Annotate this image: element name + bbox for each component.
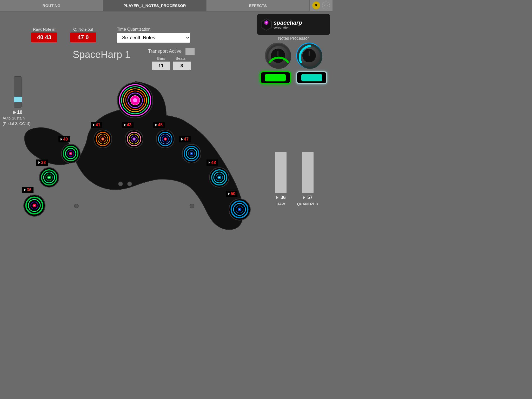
tab-player[interactable]: PLAYER_1_NOTES_PROCESSOR bbox=[103, 0, 206, 11]
led-button-green[interactable] bbox=[260, 71, 291, 84]
transport-sub: Bars Beats bbox=[157, 56, 185, 61]
dot-left bbox=[118, 182, 123, 186]
node-47-label[interactable]: 47 bbox=[179, 136, 191, 142]
left-slider-value: 10 bbox=[13, 110, 22, 115]
dropdown-icon[interactable]: ▼ bbox=[312, 2, 320, 9]
svg-point-61 bbox=[48, 177, 50, 178]
transport-label: Transport Active bbox=[148, 48, 195, 55]
right-slider-quantized-track[interactable] bbox=[302, 152, 314, 193]
tab-routing[interactable]: ROUTING bbox=[0, 0, 103, 11]
transport-area: Transport Active Bars Beats 11 3 bbox=[148, 48, 195, 70]
tab-effects[interactable]: EFFECTS bbox=[207, 0, 310, 11]
pad-40-svg bbox=[62, 145, 80, 163]
pad-45[interactable] bbox=[156, 130, 175, 148]
svg-point-12 bbox=[267, 45, 290, 68]
time-quant-select[interactable]: Sixteenth Notes Eighth Notes Quarter Not… bbox=[117, 33, 190, 43]
node-41-label[interactable]: 41 bbox=[91, 122, 102, 128]
svg-point-79 bbox=[239, 209, 240, 210]
knob-2-container bbox=[296, 43, 322, 69]
svg-point-49 bbox=[70, 153, 71, 154]
pad-45-svg bbox=[157, 130, 174, 148]
pad-43-svg bbox=[125, 130, 143, 148]
svg-point-55 bbox=[191, 153, 192, 154]
node-40-area: 40 bbox=[61, 144, 81, 163]
pad-38[interactable] bbox=[39, 167, 59, 188]
node-43-arrow bbox=[124, 124, 126, 126]
knob-2-inner bbox=[302, 49, 316, 62]
right-slider-raw-col: 36 RAW bbox=[275, 152, 287, 206]
transport-values: 11 3 bbox=[152, 62, 191, 70]
node-36-area: 36 bbox=[23, 195, 45, 217]
node-40-label[interactable]: 40 bbox=[58, 136, 70, 142]
left-slider-area: 10 bbox=[13, 76, 22, 115]
right-slider-quantized-col: 57 QUANTIZED bbox=[297, 152, 318, 206]
q-note-value: 47 0 bbox=[70, 32, 96, 42]
led-buttons-row bbox=[260, 71, 327, 84]
node-43-label[interactable]: 43 bbox=[122, 122, 134, 128]
pad-41[interactable] bbox=[94, 130, 112, 148]
node-36-label[interactable]: 36 bbox=[22, 187, 34, 193]
pad-43[interactable] bbox=[125, 130, 143, 148]
spaceharp-logo-icon bbox=[259, 17, 274, 32]
node-38-arrow bbox=[38, 161, 40, 164]
node-48-area: 48 bbox=[209, 167, 229, 188]
svg-point-67 bbox=[218, 177, 220, 178]
led-green-inner bbox=[265, 74, 286, 81]
node-36-arrow bbox=[24, 189, 26, 191]
node-38-label[interactable]: 38 bbox=[36, 159, 48, 166]
node-47-arrow bbox=[181, 138, 183, 141]
time-quant-label: Time Quantization bbox=[117, 27, 190, 32]
node-43-area: 43 bbox=[125, 130, 143, 148]
logo-text: spaceharp corporation bbox=[274, 20, 302, 29]
svg-point-31 bbox=[102, 138, 104, 140]
svg-point-73 bbox=[34, 205, 35, 206]
node-41-arrow bbox=[93, 124, 95, 126]
knobs-row bbox=[265, 43, 322, 69]
led-cyan-inner bbox=[301, 74, 322, 81]
q-note-label: Q: Note out bbox=[73, 27, 93, 31]
node-45-arrow bbox=[155, 124, 157, 126]
node-45-area: 45 bbox=[156, 130, 175, 148]
note-displays: Raw: Note in 40 43 Q: Note out 47 0 bbox=[31, 27, 96, 42]
pad-47[interactable] bbox=[182, 144, 201, 163]
transport-active-indicator bbox=[185, 48, 195, 55]
knob-1[interactable] bbox=[265, 43, 291, 69]
menu-icon[interactable]: ··· bbox=[322, 2, 330, 9]
pad-40[interactable] bbox=[61, 144, 81, 163]
knob-2-center bbox=[304, 51, 314, 61]
q-note-display: Q: Note out 47 0 bbox=[70, 27, 96, 42]
node-50-label[interactable]: 50 bbox=[226, 191, 237, 197]
knobs-area bbox=[257, 43, 330, 84]
node-50-area: 50 bbox=[229, 198, 251, 221]
quantized-slider-label: QUANTIZED bbox=[297, 202, 318, 206]
svg-point-5 bbox=[266, 22, 267, 23]
pad-36-svg bbox=[24, 195, 45, 216]
logo-area: spaceharp corporation bbox=[257, 14, 330, 35]
raw-note-label: Raw: Note in bbox=[33, 27, 55, 31]
node-40-arrow bbox=[61, 138, 62, 141]
node-50-arrow bbox=[228, 192, 230, 195]
pad-50[interactable] bbox=[229, 198, 251, 221]
knob-2[interactable] bbox=[296, 43, 322, 69]
tab-bar: ROUTING PLAYER_1_NOTES_PROCESSOR EFFECTS… bbox=[0, 0, 332, 11]
transport-bars-value: 11 bbox=[152, 62, 170, 70]
node-45-label[interactable]: 45 bbox=[153, 122, 165, 128]
left-slider-thumb[interactable] bbox=[14, 97, 22, 102]
pad-48[interactable] bbox=[209, 167, 229, 188]
node-48-label[interactable]: 48 bbox=[207, 159, 218, 166]
right-slider-quantized-value: 57 bbox=[303, 195, 312, 200]
led-button-cyan[interactable] bbox=[296, 71, 327, 84]
pad-47-svg bbox=[183, 145, 201, 163]
notes-processor-label: Notes Processor bbox=[257, 36, 330, 41]
instrument-body: 41 43 bbox=[23, 79, 249, 249]
svg-point-37 bbox=[133, 138, 135, 140]
node-48-arrow bbox=[209, 161, 210, 164]
right-slider-raw-track[interactable] bbox=[275, 152, 287, 193]
node-41-area: 41 bbox=[94, 130, 112, 148]
left-slider-track[interactable] bbox=[14, 76, 22, 108]
svg-point-43 bbox=[164, 138, 166, 140]
right-sliders-area: 36 RAW 57 QUANTIZED bbox=[275, 152, 318, 206]
right-slider-raw-value: 36 bbox=[276, 195, 286, 200]
pad-36[interactable] bbox=[23, 195, 45, 217]
quantized-arrow bbox=[303, 196, 305, 200]
